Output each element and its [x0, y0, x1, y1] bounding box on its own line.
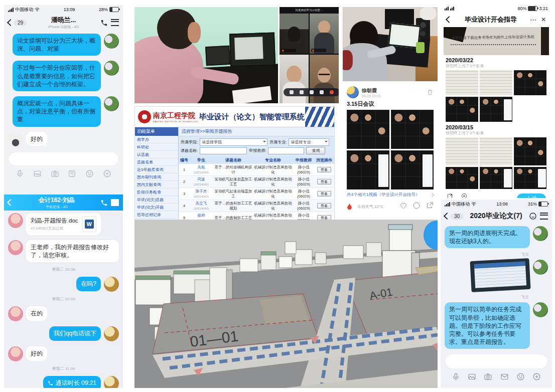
video-meeting-thumbnail[interactable]	[347, 150, 389, 189]
mail-icon[interactable]	[500, 372, 509, 381]
video-meeting-thumbnail[interactable]	[391, 150, 434, 189]
video-meeting-thumbnail[interactable]	[480, 167, 512, 189]
menu-icon[interactable]	[111, 199, 119, 206]
plus-icon[interactable]	[103, 169, 111, 178]
notes-photo-thumbnail[interactable]	[446, 70, 478, 95]
sidebar-item[interactable]: 阶段任务检查	[135, 188, 178, 196]
sidebar-item[interactable]: 毕设(论文)选题	[135, 196, 178, 204]
close-icon[interactable]: ✕	[541, 16, 546, 23]
major-select[interactable]: 请选择专业	[289, 138, 329, 146]
more-icon[interactable]	[320, 90, 324, 94]
video-meeting-thumbnail[interactable]	[347, 110, 389, 149]
avatar[interactable]	[8, 346, 23, 361]
camera-icon[interactable]	[51, 169, 59, 178]
sidebar-item[interactable]: 认选题	[135, 151, 178, 158]
sidebar-item[interactable]: 毕设(论文)开题	[135, 204, 178, 211]
sidebar-item[interactable]: 近5年题库查询	[135, 166, 178, 173]
manage-action[interactable]: 管理	[461, 192, 468, 198]
file-meta: 47.04KB/2天后过期	[31, 226, 78, 231]
sidebar-item[interactable]: 指导过程记录	[135, 211, 178, 219]
menu-icon[interactable]	[540, 213, 548, 220]
cell-student: 闫波(20214061)	[190, 177, 213, 186]
video-meeting-thumbnail[interactable]	[480, 97, 512, 122]
avatar[interactable]	[533, 260, 548, 275]
notes-photo-thumbnail[interactable]	[446, 137, 478, 165]
edit-action[interactable]: 编辑	[447, 192, 454, 198]
back-chevron-icon[interactable]	[446, 16, 453, 23]
camera-icon[interactable]	[484, 372, 492, 381]
avatar[interactable]	[104, 376, 119, 388]
view-button[interactable]: 查看	[317, 179, 331, 184]
mic-icon[interactable]	[290, 90, 294, 94]
participants-icon[interactable]	[310, 90, 314, 94]
upload-button[interactable]: 上传	[517, 193, 546, 199]
avatar[interactable]	[8, 132, 23, 147]
mic-icon[interactable]	[16, 169, 24, 178]
sidebar-item[interactable]: 选题名单	[135, 158, 178, 166]
topic-input[interactable]	[200, 147, 247, 154]
video-meeting-thumbnail[interactable]	[514, 137, 546, 165]
gallery-title: 毕业设计开会指导	[456, 15, 526, 24]
plus-icon[interactable]	[532, 372, 541, 381]
avatar[interactable]	[104, 326, 119, 341]
avatar[interactable]	[533, 226, 548, 241]
view-button[interactable]: 查看	[317, 167, 331, 172]
image-icon[interactable]	[468, 372, 476, 381]
back-chevron-icon[interactable]	[7, 199, 14, 206]
avatar[interactable]	[104, 96, 119, 111]
album-link[interactable]: 共4个相片1视频《毕业设计开会指导》	[343, 190, 438, 200]
video-meeting-thumbnail[interactable]	[391, 110, 434, 149]
file-icon[interactable]	[68, 169, 76, 178]
share-button[interactable]	[426, 202, 434, 212]
message-input[interactable]	[446, 354, 547, 368]
avatar[interactable]	[8, 213, 23, 228]
college-select[interactable]: 请选择学院	[200, 138, 267, 146]
student-name: 杨帅	[190, 213, 213, 218]
more-icon[interactable]: ⋯	[530, 16, 537, 24]
image-icon[interactable]	[33, 169, 42, 178]
video-meeting-thumbnail[interactable]	[514, 167, 546, 189]
smiley-icon[interactable]	[516, 372, 525, 381]
system-title: 毕业设计（论文）智能管理系统	[199, 112, 305, 122]
sidebar-item[interactable]: 科研处	[135, 143, 178, 151]
view-button[interactable]: 查看	[317, 203, 331, 209]
notes-photo-thumbnail[interactable]	[480, 70, 512, 95]
call-bubble[interactable]: 通话时长 09:21	[43, 376, 101, 388]
topic-filter-label: 课题名称:	[181, 148, 198, 153]
view-button[interactable]: 查看	[317, 191, 331, 197]
call-icon[interactable]	[100, 19, 108, 27]
back-button[interactable]: 29	[8, 20, 27, 26]
comment-button[interactable]	[412, 202, 421, 212]
hangup-button[interactable]	[330, 90, 334, 94]
sidebar-item[interactable]: 国内文献查询	[135, 181, 178, 188]
avatar[interactable]	[104, 61, 119, 76]
video-meeting-thumbnail[interactable]	[446, 167, 478, 189]
back-button[interactable]: 30	[445, 213, 463, 220]
camera-icon[interactable]	[300, 90, 304, 94]
cell-teacher: 薛小强(06029)	[292, 177, 315, 186]
notes-photo-thumbnail[interactable]	[480, 137, 512, 165]
screenshot-thumbnail[interactable]	[470, 258, 530, 292]
banner-photo[interactable]: 本阶段请下载任务书等作为附件上传毕业设计系统	[444, 27, 549, 55]
video-meeting-thumbnail[interactable]	[514, 70, 546, 95]
avatar[interactable]	[104, 34, 119, 49]
menu-icon[interactable]	[111, 19, 119, 26]
file-card[interactable]: 刘晶-开题报告.doc 47.04KB/2天后过期 W	[26, 213, 101, 235]
post-avatar[interactable]	[347, 86, 359, 98]
avatar[interactable]	[8, 306, 23, 321]
group-video-icon[interactable]	[529, 212, 537, 220]
like-button[interactable]	[399, 202, 407, 212]
avatar[interactable]	[8, 240, 23, 255]
smiley-icon[interactable]	[85, 169, 94, 178]
search-button[interactable]: 查询	[306, 147, 325, 154]
avatar[interactable]	[104, 277, 119, 292]
mic-icon[interactable]	[452, 372, 460, 381]
video-meeting-thumbnail[interactable]	[446, 97, 478, 122]
sidebar-item[interactable]: 国外期刊查询	[135, 173, 178, 181]
avatar[interactable]	[533, 302, 548, 317]
teacher-input[interactable]	[268, 147, 304, 154]
message-input[interactable]	[9, 152, 118, 165]
call-icon[interactable]	[100, 199, 108, 207]
sidebar-item[interactable]: 教学办	[135, 136, 178, 143]
trash-icon[interactable]	[427, 89, 434, 96]
